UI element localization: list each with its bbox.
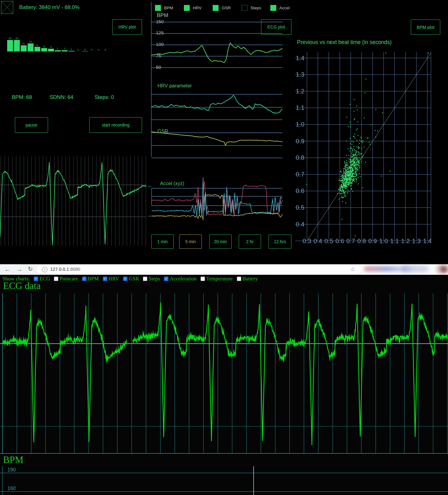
checkbox-checked-icon[interactable] <box>103 277 107 281</box>
ecg-plot-button[interactable]: ECG plot <box>261 19 291 35</box>
histogram-bar: 0 <box>95 48 102 51</box>
bpm-tick-150: 150 <box>156 19 164 24</box>
accel-chart-title: Accel (xyz) <box>160 181 184 186</box>
url-text: 127.0.0.1:8080 <box>50 267 80 272</box>
histogram-bar: 14 <box>27 40 33 51</box>
browser-toolbar: ← → ↻ i 127.0.0.1:8080 ☆ <box>0 264 448 275</box>
start-recording-button[interactable]: start recording <box>89 117 142 133</box>
webpage-region: Show charts: ECGPoincareBPMHRVGSRStepsAc… <box>0 275 448 495</box>
histogram-bar: 6 <box>41 45 47 51</box>
screenshot-root: Battery: 3840 mV - 68.0% HRV plot 202011… <box>0 0 448 495</box>
show-chart-checkbox-gsr[interactable]: GSR <box>123 276 139 282</box>
show-chart-label: Poincare <box>60 276 78 282</box>
legend-checkbox-gsr[interactable]: GSR <box>213 5 231 11</box>
unchecked-box-icon[interactable] <box>242 5 247 11</box>
bpm-tick-50: 50 <box>156 65 161 70</box>
range-button-2-hr[interactable]: 2 hr <box>239 234 261 249</box>
show-charts-row: Show charts: ECGPoincareBPMHRVGSRStepsAc… <box>2 275 258 283</box>
url-port: :8080 <box>69 267 80 272</box>
gsr-chart-title: GSR <box>157 129 168 134</box>
checkbox-unchecked-icon[interactable] <box>54 277 58 281</box>
checked-box-icon[interactable] <box>184 5 190 11</box>
checkbox-unchecked-icon[interactable] <box>201 277 205 281</box>
legend-label: GSR <box>222 6 231 10</box>
range-button-5-min[interactable]: 5 min <box>179 234 202 249</box>
steps-stat: Steps: 0 <box>95 94 114 100</box>
show-chart-checkbox-steps[interactable]: Steps <box>143 276 160 282</box>
show-chart-checkbox-bpm[interactable]: BPM <box>82 276 99 282</box>
pause-button[interactable]: pause <box>15 117 48 133</box>
show-chart-label: Acceleration <box>170 276 197 282</box>
histogram-bar: 0 <box>82 48 88 52</box>
histogram-bar: 2 <box>61 47 68 51</box>
reload-icon[interactable]: ↻ <box>28 266 33 272</box>
show-chart-checkbox-battery[interactable]: Battery <box>237 276 258 282</box>
bpm-tick-160: 160 <box>7 486 16 491</box>
bpm-tick-190: 190 <box>7 467 16 473</box>
legend-label: HRV <box>193 6 202 10</box>
checked-box-icon[interactable] <box>155 5 161 11</box>
show-chart-checkbox-hrv[interactable]: HRV <box>103 276 119 282</box>
sdnn-stat: SDNN: 64 <box>50 94 73 100</box>
web-ecg-chart <box>0 293 448 454</box>
close-icon[interactable] <box>1 1 13 14</box>
app-ecg-preview-chart <box>0 154 146 247</box>
checkbox-unchecked-icon[interactable] <box>143 277 147 281</box>
back-icon[interactable]: ← <box>4 266 11 272</box>
range-button-1-min[interactable]: 1 min <box>151 234 174 249</box>
poincare-title: Previous vs next beat time (in seconds) <box>297 39 392 46</box>
checkbox-checked-icon[interactable] <box>82 277 86 281</box>
bpm-stat: BPM: 68 <box>12 94 32 100</box>
blurred-extensions-area <box>361 264 448 275</box>
checked-box-icon[interactable] <box>270 5 276 11</box>
forward-icon[interactable]: → <box>16 266 22 272</box>
info-icon[interactable]: i <box>42 267 47 272</box>
app-screenshot-region: Battery: 3840 mV - 68.0% HRV plot 202011… <box>0 0 448 264</box>
show-chart-checkbox-acceleration[interactable]: Acceleration <box>164 276 197 282</box>
checkbox-unchecked-icon[interactable] <box>237 277 241 281</box>
ecg-data-heading: ECG data <box>3 280 41 292</box>
bpm-chart-title: BPM <box>157 12 168 19</box>
show-chart-label: GSR <box>129 276 139 282</box>
legend-checkbox-accel[interactable]: Accel <box>270 5 290 11</box>
range-button-12-hrs[interactable]: 12 hrs <box>268 234 291 249</box>
bpm-plot-button[interactable]: BPM plot <box>411 20 440 35</box>
histogram-bar: 0 <box>102 48 109 51</box>
show-chart-label: Temperature <box>206 276 233 282</box>
show-chart-checkbox-poincare[interactable]: Poincare <box>54 276 78 282</box>
checkbox-checked-icon[interactable] <box>123 277 127 281</box>
histogram-bar: 1 <box>68 48 74 51</box>
legend-label: Steps <box>251 6 261 10</box>
url-bar[interactable]: i 127.0.0.1:8080 ☆ <box>37 265 361 274</box>
checked-box-icon[interactable] <box>213 5 219 11</box>
show-chart-label: Steps <box>149 276 160 282</box>
bpm-tick-75: 75 <box>156 53 161 58</box>
show-chart-label: ECG <box>39 276 50 282</box>
hrv-plot-button[interactable]: HRV plot <box>112 19 142 35</box>
checkbox-checked-icon[interactable] <box>164 277 168 281</box>
histogram-bar: 20 <box>7 37 13 51</box>
range-button-20-min[interactable]: 20 min <box>209 234 232 249</box>
bpm-tick-125: 125 <box>156 30 164 35</box>
show-chart-label: Battery <box>242 276 258 282</box>
legend-checkbox-hrv[interactable]: HRV <box>184 5 202 11</box>
legend-checkbox-steps[interactable]: Steps <box>242 5 261 11</box>
bpm-tick-100: 100 <box>156 42 164 47</box>
show-chart-label: BPM <box>88 276 99 282</box>
histogram-bar: 0 <box>75 48 81 51</box>
hrv-chart-title: HRV parameter <box>157 83 192 89</box>
rr-histogram: 2020111486522100000 <box>7 36 109 51</box>
legend-label: Accel <box>279 6 290 10</box>
show-chart-label: HRV <box>109 276 119 282</box>
battery-status: Battery: 3840 mV - 68.0% <box>19 4 80 11</box>
bookmark-star-icon[interactable]: ☆ <box>350 266 355 273</box>
histogram-bar: 0 <box>89 48 95 51</box>
poincare-plot <box>291 47 448 250</box>
histogram-bar: 8 <box>34 44 40 51</box>
show-chart-checkbox-temperature[interactable]: Temperature <box>201 276 233 282</box>
legend-checkbox-bpm[interactable]: BPM <box>155 5 173 11</box>
histogram-bar: 2 <box>55 47 61 51</box>
bpm-heading: BPM <box>3 454 23 466</box>
histogram-bar: 20 <box>14 37 20 51</box>
url-host: 127.0.0.1 <box>50 267 69 272</box>
